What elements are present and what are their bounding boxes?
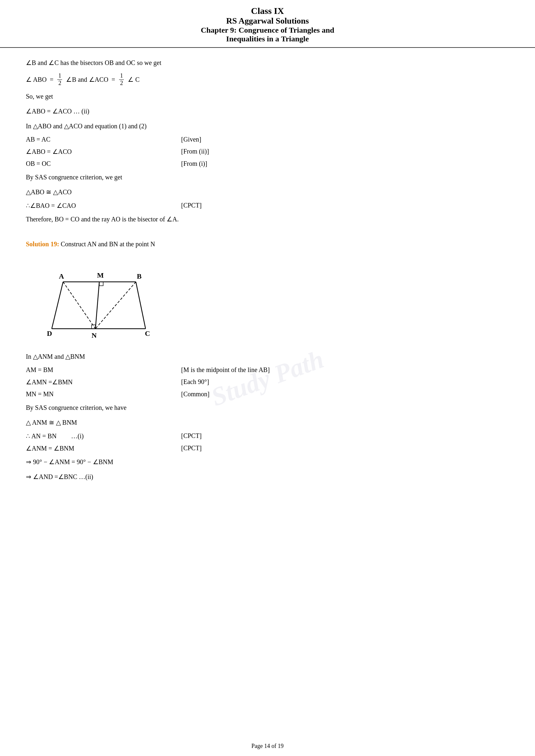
svg-rect-5 bbox=[99, 282, 103, 286]
page: Study Path Class IX RS Aggarwal Solution… bbox=[0, 0, 535, 756]
header-chapter-label: Chapter 9: Congruence of Triangles and bbox=[0, 26, 535, 35]
amn-bmn-row: ∠AMN =∠BMN [Each 90°] bbox=[26, 378, 509, 386]
diagram-area: A M B D N C bbox=[45, 255, 155, 345]
so-we-get: So, we get bbox=[26, 91, 509, 101]
fraction-half-2: 1 2 bbox=[119, 72, 124, 87]
ab-ac-row: AB = AC [Given] bbox=[26, 136, 509, 143]
mn-mn-row: MN = MN [Common] bbox=[26, 391, 509, 398]
solution19-label: Solution 19: bbox=[26, 240, 59, 248]
spacer2 bbox=[26, 235, 509, 240]
label-C: C bbox=[145, 329, 150, 338]
label-N: N bbox=[92, 331, 97, 339]
an-bn-text: ∴ AN = BN bbox=[26, 432, 57, 440]
bao-cao-row: ∴∠BAO = ∠CAO [CPCT] bbox=[26, 202, 509, 209]
svg-line-7 bbox=[63, 282, 96, 329]
anm-bnm-row: ∠ANM = ∠BNM [CPCT] bbox=[26, 445, 509, 452]
mn-mn-right: [Common] bbox=[181, 391, 509, 398]
svg-line-2 bbox=[52, 282, 63, 329]
amn-bmn-right: [Each 90°] bbox=[181, 378, 509, 386]
an-bn-row: ∴ AN = BN …(i) [CPCT] bbox=[26, 432, 509, 440]
abo-equation-line: ∠ ABO = 1 2 ∠B and ∠ACO = 1 2 ∠ C bbox=[26, 72, 509, 87]
abo-aco-right: [From (ii)] bbox=[181, 148, 509, 155]
abo-aco-row: ∠ABO = ∠ACO [From (ii)] bbox=[26, 148, 509, 155]
bao-cao-left: ∴∠BAO = ∠CAO bbox=[26, 202, 181, 209]
therefore-text: Therefore, BO = CO and the ray AO is the… bbox=[26, 214, 509, 224]
and-bnc: ⇒ ∠AND =∠BNC …(ii) bbox=[26, 472, 509, 482]
am-bm-left: AM = BM bbox=[26, 366, 181, 374]
footer: Page 14 of 19 bbox=[0, 743, 535, 749]
header: Class IX RS Aggarwal Solutions Chapter 9… bbox=[0, 0, 535, 48]
in-triangles: In △ABO and △ACO and equation (1) and (2… bbox=[26, 121, 509, 131]
main-content: ∠B and ∠C has the bisectors OB and OC so… bbox=[0, 48, 535, 500]
an-bn-part: …(i) bbox=[71, 432, 84, 440]
label-A: A bbox=[59, 272, 64, 280]
eq90-anm: ⇒ 90° − ∠ANM = 90° − ∠BNM bbox=[26, 457, 509, 467]
header-class-label: Class IX bbox=[0, 6, 535, 16]
by-sas: By SAS congruence criterion, we get bbox=[26, 172, 509, 182]
fraction-half-1: 1 2 bbox=[57, 72, 62, 87]
page-label: Page 14 of 19 bbox=[251, 743, 283, 749]
mn-mn-left: MN = MN bbox=[26, 391, 181, 398]
abo-aco-eq: ∠ABO = ∠ACO … (ii) bbox=[26, 106, 509, 116]
spacer1 bbox=[26, 229, 509, 235]
label-M: M bbox=[97, 271, 104, 279]
solution19-line: Solution 19: Construct AN and BN at the … bbox=[26, 240, 509, 248]
ob-oc-left: OB = OC bbox=[26, 160, 181, 167]
an-bn-right: [CPCT] bbox=[181, 432, 509, 440]
an-bn-left: ∴ AN = BN …(i) bbox=[26, 432, 181, 440]
svg-line-4 bbox=[96, 282, 99, 329]
intro-text: ∠B and ∠C has the bisectors OB and OC so… bbox=[26, 58, 509, 68]
ob-oc-row: OB = OC [From (i)] bbox=[26, 160, 509, 167]
triangle-cong: △ABO ≅ △ACO bbox=[26, 187, 509, 197]
by-sas2: By SAS congruence criterion, we have bbox=[26, 402, 509, 413]
ob-oc-right: [From (i)] bbox=[181, 160, 509, 167]
abo-eq-end: ∠ C bbox=[128, 76, 139, 83]
amn-bmn-left: ∠AMN =∠BMN bbox=[26, 378, 181, 386]
bao-cao-right: [CPCT] bbox=[181, 202, 509, 209]
am-bm-row: AM = BM [M is the midpoint of the line A… bbox=[26, 366, 509, 374]
ab-ac-left: AB = AC bbox=[26, 136, 181, 143]
abo-eq-mid: ∠B and ∠ACO = bbox=[66, 76, 115, 83]
solution19-text: Construct AN and BN at the point N bbox=[61, 240, 155, 248]
svg-line-8 bbox=[96, 282, 136, 329]
in-anm-bnm: In △ANM and △BNM bbox=[26, 351, 509, 362]
triangle-anm-bnm: △ ANM ≅ △ BNM bbox=[26, 417, 509, 428]
label-D: D bbox=[47, 329, 52, 338]
ab-ac-right: [Given] bbox=[181, 136, 509, 143]
svg-line-3 bbox=[136, 282, 146, 329]
diagram-svg: A M B D N C bbox=[45, 255, 155, 345]
abo-eq-left: ∠ ABO = bbox=[26, 76, 53, 83]
anm-bnm-left: ∠ANM = ∠BNM bbox=[26, 445, 181, 452]
anm-bnm-right: [CPCT] bbox=[181, 445, 509, 452]
label-B: B bbox=[137, 272, 142, 280]
header-chapter-label2: Inequalities in a Triangle bbox=[0, 35, 535, 43]
am-bm-right: [M is the midpoint of the line AB] bbox=[181, 366, 509, 374]
abo-aco-left: ∠ABO = ∠ACO bbox=[26, 148, 181, 155]
header-solutions-label: RS Aggarwal Solutions bbox=[0, 16, 535, 26]
